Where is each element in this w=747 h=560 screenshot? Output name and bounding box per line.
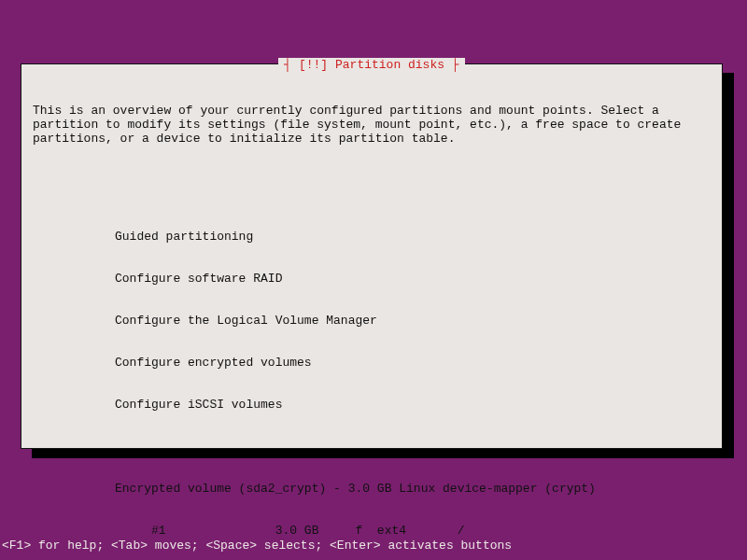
footer-help: <F1> for help; <Tab> moves; <Space> sele… [0, 539, 747, 553]
menu-guided[interactable]: Guided partitioning [115, 230, 711, 244]
dialog-title: ┤ [!!] Partition disks ├ [278, 58, 464, 72]
title-marker: [!!] [299, 58, 328, 72]
menu-iscsi[interactable]: Configure iSCSI volumes [115, 398, 711, 412]
menu-lvm[interactable]: Configure the Logical Volume Manager [115, 314, 711, 328]
dialog-content: This is an overview of your currently co… [21, 64, 722, 560]
partition-dialog: ┤ [!!] Partition disks ├ This is an over… [21, 63, 723, 449]
intro-text: This is an overview of your currently co… [33, 104, 711, 146]
device-crypt-partition-1[interactable]: #1 3.0 GB f ext4 / [115, 524, 711, 538]
menu-encrypted[interactable]: Configure encrypted volumes [115, 356, 711, 370]
device-crypt-header[interactable]: Encrypted volume (sda2_crypt) - 3.0 GB L… [115, 482, 711, 496]
title-text: Partition disks [328, 58, 444, 72]
title-prefix: ┤ [284, 58, 299, 72]
menu-block: Guided partitioning Configure software R… [115, 202, 711, 560]
title-suffix: ├ [444, 58, 459, 72]
dialog-title-row: ┤ [!!] Partition disks ├ [21, 58, 722, 72]
menu-raid[interactable]: Configure software RAID [115, 272, 711, 286]
